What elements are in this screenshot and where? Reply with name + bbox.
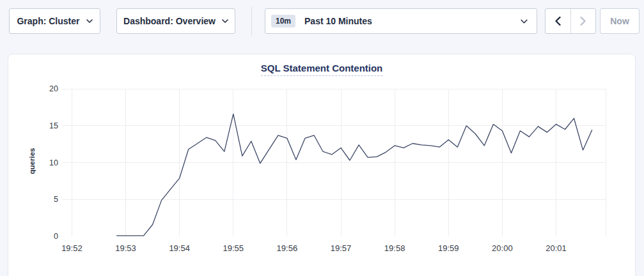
dashboard-dropdown-button[interactable]: Dashboard: Overview <box>116 8 235 34</box>
time-range-badge: 10m <box>271 15 295 27</box>
x-axis-tick-label: 20:00 <box>483 243 521 253</box>
pager-group <box>545 8 596 34</box>
now-button[interactable]: Now <box>600 8 640 34</box>
chevron-down-icon <box>222 19 228 23</box>
chart-title: SQL Statement Contention <box>8 63 635 74</box>
y-axis-tick-label: 0 <box>35 231 58 241</box>
x-axis-tick-label: 19:55 <box>214 243 253 253</box>
time-range-label: Past 10 Minutes <box>304 16 512 26</box>
graph-dropdown-label: Graph: Cluster <box>17 16 79 26</box>
y-axis-tick-label: 5 <box>35 194 58 204</box>
y-axis-tick-label: 10 <box>35 158 58 168</box>
y-axis-tick-label: 20 <box>35 84 58 94</box>
chart-card: SQL Statement Contention queries 0510152… <box>8 54 636 276</box>
x-axis-tick-label: 19:59 <box>429 243 467 253</box>
next-range-button[interactable] <box>570 9 596 33</box>
x-axis-tick-label: 19:56 <box>268 243 306 253</box>
x-axis-tick-label: 19:57 <box>322 243 360 253</box>
y-axis-tick-label: 15 <box>35 121 58 131</box>
toolbar-divider <box>251 7 252 36</box>
x-axis-tick-label: 20:01 <box>537 243 575 253</box>
dashboard-dropdown-label: Dashboard: Overview <box>123 16 216 26</box>
chart-plot[interactable] <box>62 89 606 236</box>
x-axis-tick-label: 19:54 <box>161 243 199 253</box>
graph-dropdown-button[interactable]: Graph: Cluster <box>9 8 100 34</box>
chevron-right-icon <box>580 17 586 26</box>
chevron-down-icon <box>521 19 528 24</box>
time-range-picker[interactable]: 10m Past 10 Minutes <box>265 8 537 34</box>
chevron-down-icon <box>86 19 93 23</box>
now-button-label: Now <box>610 16 629 26</box>
chart-title-link[interactable]: SQL Statement Contention <box>261 63 383 76</box>
x-axis-tick-label: 19:58 <box>375 243 414 253</box>
chart-line <box>117 114 592 235</box>
chevron-left-icon <box>555 17 561 26</box>
prev-range-button[interactable] <box>546 9 570 33</box>
x-axis-tick-label: 19:52 <box>52 243 91 253</box>
x-axis-tick-label: 19:53 <box>107 243 145 253</box>
chart-plot-svg <box>62 89 606 236</box>
